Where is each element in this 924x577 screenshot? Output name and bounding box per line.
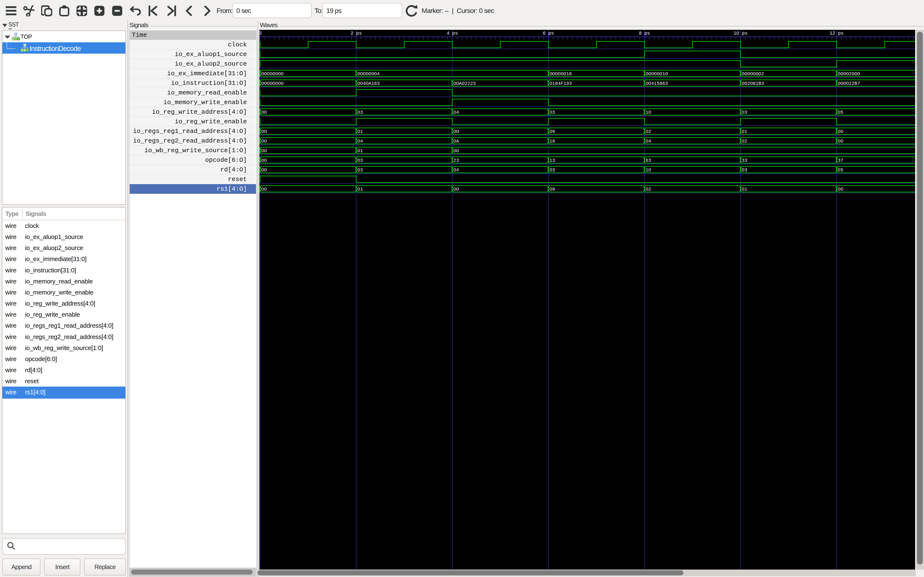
svg-text:OOAO2223: OOAO2223 xyxy=(453,81,476,86)
svg-text:O4: O4 xyxy=(357,139,363,144)
svg-text:O1: O1 xyxy=(357,148,363,154)
svg-text:O1: O1 xyxy=(357,129,363,134)
svg-text:O: O xyxy=(259,31,262,36)
svg-text:13: 13 xyxy=(549,158,555,163)
svg-text:O1: O1 xyxy=(741,187,747,192)
svg-text:OOOOOO18: OOOOOO18 xyxy=(549,71,572,77)
svg-text:OO415863: OO415863 xyxy=(646,81,668,86)
svg-text:23: 23 xyxy=(453,158,459,163)
svg-text:OO: OO xyxy=(838,187,843,192)
svg-text:4 ps: 4 ps xyxy=(447,31,458,36)
svg-text:O3: O3 xyxy=(549,168,555,173)
svg-text:1O: 1O xyxy=(646,168,651,173)
svg-text:O3: O3 xyxy=(357,158,363,163)
svg-text:OO: OO xyxy=(453,148,459,154)
svg-text:O1: O1 xyxy=(357,187,363,192)
svg-text:O4: O4 xyxy=(453,110,459,115)
svg-text:OOOO22B7: OOOO22B7 xyxy=(838,81,860,86)
svg-text:18: 18 xyxy=(549,139,555,144)
svg-text:OO: OO xyxy=(838,129,843,134)
svg-text:OO: OO xyxy=(261,139,267,144)
svg-text:8 ps: 8 ps xyxy=(639,31,650,36)
svg-text:OO2O81B3: OO2O81B3 xyxy=(741,81,764,86)
svg-text:O5: O5 xyxy=(838,168,843,173)
svg-text:O3: O3 xyxy=(741,168,747,173)
svg-text:O2: O2 xyxy=(741,139,747,144)
svg-text:O4: O4 xyxy=(453,168,459,173)
svg-text:O3: O3 xyxy=(357,168,363,173)
svg-text:OOOO2OOO: OOOO2OOO xyxy=(838,71,860,77)
svg-text:O3: O3 xyxy=(357,110,363,115)
svg-text:O9: O9 xyxy=(549,187,555,192)
svg-text:6 ps: 6 ps xyxy=(543,31,554,36)
svg-text:O4: O4 xyxy=(646,139,651,144)
svg-text:O5: O5 xyxy=(838,110,843,115)
svg-text:OOOOOOO4: OOOOOOO4 xyxy=(357,71,380,77)
svg-text:OO: OO xyxy=(453,187,459,192)
svg-text:O184F193: O184F193 xyxy=(549,81,572,86)
svg-text:63: 63 xyxy=(646,158,651,163)
svg-text:OOOOOO1O: OOOOOO1O xyxy=(646,71,668,77)
svg-text:OO4OA183: OO4OA183 xyxy=(357,81,380,86)
svg-text:O2: O2 xyxy=(646,129,651,134)
svg-text:33: 33 xyxy=(741,158,747,163)
svg-text:O2: O2 xyxy=(646,187,651,192)
svg-text:OO: OO xyxy=(261,158,267,163)
svg-text:1O: 1O xyxy=(646,110,651,115)
svg-text:OOOOOOOO: OOOOOOOO xyxy=(261,81,284,86)
svg-text:OO: OO xyxy=(261,187,267,192)
svg-text:OO: OO xyxy=(261,148,267,154)
svg-text:OOOOOOOO: OOOOOOOO xyxy=(261,71,284,77)
svg-text:12 ps: 12 ps xyxy=(830,31,844,36)
svg-text:OO: OO xyxy=(453,129,459,134)
svg-text:O3: O3 xyxy=(741,110,747,115)
svg-text:OOOOOOO2: OOOOOOO2 xyxy=(741,71,764,77)
svg-text:O9: O9 xyxy=(549,129,555,134)
svg-text:1O ps: 1O ps xyxy=(733,31,747,36)
svg-text:O3: O3 xyxy=(549,110,555,115)
svg-text:OA: OA xyxy=(453,139,459,144)
svg-text:37: 37 xyxy=(838,158,843,163)
svg-text:O1: O1 xyxy=(741,129,747,134)
svg-text:OO: OO xyxy=(261,168,267,173)
svg-text:OO: OO xyxy=(261,110,267,115)
svg-text:OO: OO xyxy=(261,129,267,134)
svg-text:2 ps: 2 ps xyxy=(351,31,362,36)
svg-text:OO: OO xyxy=(838,139,843,144)
